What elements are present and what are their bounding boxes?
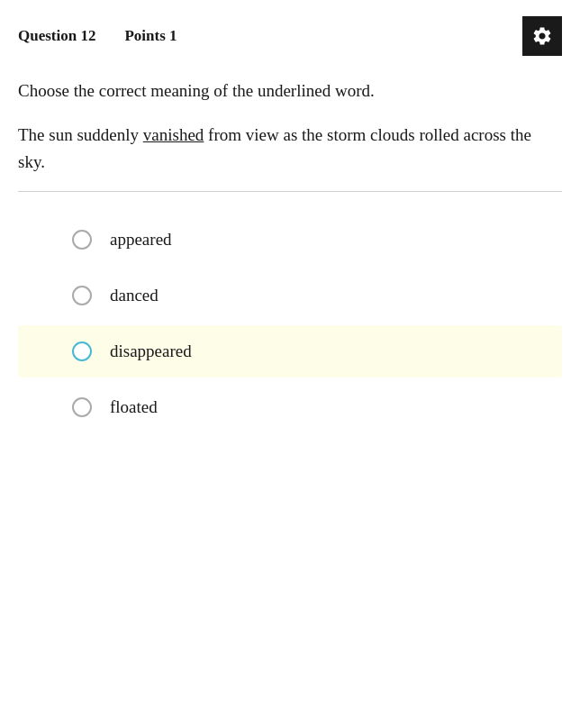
radio-danced[interactable] — [72, 286, 92, 305]
passage-text: The sun suddenly vanished from view as t… — [18, 122, 562, 175]
question-body: Choose the correct meaning of the underl… — [0, 68, 580, 453]
passage-before: The sun suddenly — [18, 125, 143, 144]
option-appeared-label: appeared — [110, 230, 172, 250]
points-label: Points 1 — [124, 27, 177, 45]
option-floated[interactable]: floated — [18, 381, 562, 433]
divider — [18, 191, 562, 192]
question-label: Question 12 — [18, 27, 95, 45]
option-appeared[interactable]: appeared — [18, 214, 562, 266]
gear-button[interactable] — [522, 16, 562, 56]
radio-floated[interactable] — [72, 397, 92, 417]
gear-icon — [531, 25, 553, 47]
option-disappeared[interactable]: disappeared — [18, 325, 562, 378]
option-disappeared-label: disappeared — [110, 341, 192, 361]
radio-appeared[interactable] — [72, 230, 92, 250]
header-left: Question 12 Points 1 — [18, 27, 177, 45]
option-danced-label: danced — [110, 286, 159, 305]
radio-disappeared[interactable] — [72, 341, 92, 361]
passage-underlined-word: vanished — [143, 125, 204, 144]
option-floated-label: floated — [110, 397, 158, 417]
options-list: appeared danced disappeared floated — [18, 205, 562, 433]
option-danced[interactable]: danced — [18, 269, 562, 322]
instruction-text: Choose the correct meaning of the underl… — [18, 77, 562, 104]
header: Question 12 Points 1 — [0, 0, 580, 68]
